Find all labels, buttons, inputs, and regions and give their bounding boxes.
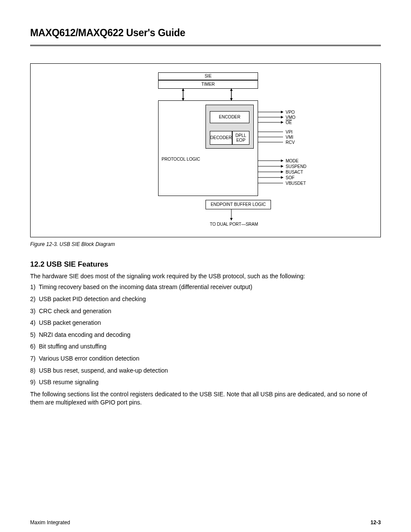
sie-label: SIE: [205, 73, 212, 79]
footer-left: Maxim Integrated: [30, 519, 70, 526]
footer-page-number: 12-3: [371, 519, 381, 526]
list-item: 4) USB packet generation: [30, 319, 381, 327]
section-heading: 12.2 USB SIE Features: [30, 259, 381, 270]
dpll-eop-block: DPLL EOP: [232, 131, 249, 145]
figure-container: SIE TIMER PROTOCOL LOGIC ENCODER DECODER…: [30, 63, 381, 237]
signal-suspend: SUSPEND: [286, 164, 306, 170]
figure-caption: Figure 12-3. USB SIE Block Diagram: [30, 241, 381, 248]
decoder-label: DECODER: [210, 135, 232, 141]
list-item: 8) USB bus reset, suspend, and wake-up d…: [30, 367, 381, 375]
timer-label: TIMER: [201, 81, 215, 87]
page-footer: Maxim Integrated 12-3: [30, 519, 381, 526]
signal-sof: SOF: [286, 175, 295, 181]
signal-mode: MODE: [286, 158, 299, 164]
feature-list: 1) Timing recovery based on the incoming…: [30, 283, 381, 386]
list-item: 1) Timing recovery based on the incoming…: [30, 283, 381, 292]
list-item: 9) USB resume signaling: [30, 378, 381, 387]
section-intro: The hardware SIE does most of the signal…: [30, 272, 381, 281]
list-item: 7) Various USB error condition detection: [30, 355, 381, 363]
dpll-label: DPLL: [235, 133, 246, 138]
endpoint-buffer-label: ENDPOINT BUFFER LOGIC: [211, 202, 266, 208]
doc-title: MAXQ612/MAXQ622 User's Guide: [30, 26, 381, 40]
to-dual-port-label: TO DUAL PORT—SRAM: [210, 221, 258, 227]
decoder-block: DECODER: [210, 131, 232, 145]
block-diagram: SIE TIMER PROTOCOL LOGIC ENCODER DECODER…: [85, 72, 326, 232]
endpoint-buffer-block: ENDPOINT BUFFER LOGIC: [206, 200, 271, 209]
sie-label-box: SIE: [158, 72, 258, 80]
signal-vbusdet: VBUSDET: [286, 180, 306, 187]
encoder-block: ENCODER: [210, 111, 249, 123]
list-item: 3) CRC check and generation: [30, 307, 381, 316]
list-item: 2) USB packet PID detection and checking: [30, 295, 381, 304]
protocol-logic-label: PROTOCOL LOGIC: [162, 156, 200, 162]
signal-oe: OE: [286, 120, 292, 126]
eop-label: EOP: [236, 138, 245, 143]
title-rule: [30, 45, 381, 46]
list-item: 6) Bit stuffing and unstuffing: [30, 342, 381, 351]
list-item: 5) NRZI data encoding and decoding: [30, 331, 381, 339]
encoder-label: ENCODER: [219, 114, 240, 120]
section-outro: The following sections list the control …: [30, 390, 381, 407]
signal-busact: BUSACT: [286, 169, 303, 175]
signal-rcv: RCV: [286, 140, 295, 146]
timer-block: TIMER: [158, 80, 258, 89]
